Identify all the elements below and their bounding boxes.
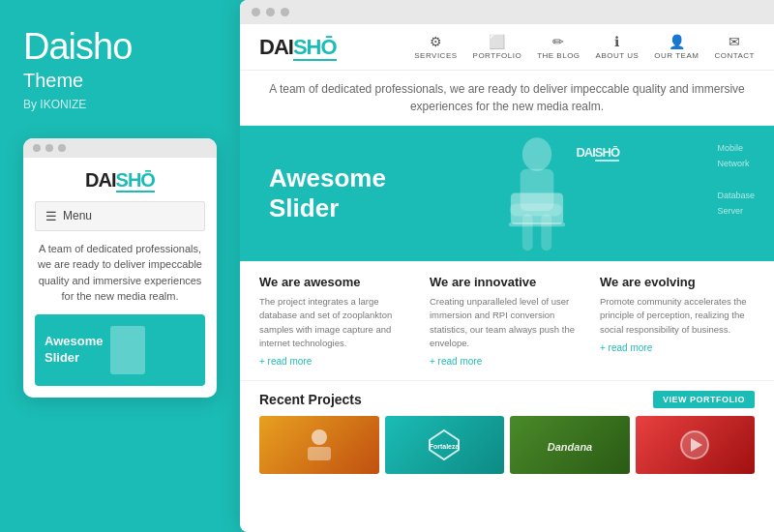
mobile-menu-bar[interactable]: ☰ Menu xyxy=(35,201,205,231)
about-icon: ℹ xyxy=(614,34,619,49)
nav-portfolio-label: PORTFOLIO xyxy=(473,51,522,60)
recent-projects: Recent Projects VIEW PORTFOLIO Fortaleza xyxy=(240,381,774,484)
mobile-dot-1 xyxy=(33,144,41,152)
brand-subtitle: Theme xyxy=(23,70,217,92)
mobile-dot-2 xyxy=(45,144,53,152)
feature-awesome-desc: The project integrates a large database … xyxy=(259,295,414,350)
mobile-person-silhouette xyxy=(110,326,145,374)
project-thumbnails: Fortaleza Dandana xyxy=(259,416,755,474)
feature-innovative-link[interactable]: + read more xyxy=(430,356,584,367)
nav-contact-label: CONTACT xyxy=(714,51,755,60)
browser-dot-3 xyxy=(281,8,289,16)
mobile-tagline: A team of dedicated professionals, we ar… xyxy=(35,241,205,305)
hero-heading: Awesome Slider xyxy=(269,163,386,223)
nav-blog[interactable]: ✏ THE BLOG xyxy=(537,34,580,60)
feature-awesome: We are awesome The project integrates a … xyxy=(259,275,414,367)
contact-icon: ✉ xyxy=(729,34,740,49)
blog-icon: ✏ xyxy=(552,34,564,49)
svg-rect-8 xyxy=(308,447,331,460)
nav-services-label: SERVICES xyxy=(414,51,457,60)
nav-services[interactable]: ⚙ SERVICES xyxy=(414,34,457,60)
feature-evolving-title: We are evolving xyxy=(600,275,755,289)
feature-innovative: We are innovative Creating unparalleled … xyxy=(430,275,584,367)
feature-evolving-desc: Promote community accelerates the princi… xyxy=(600,295,755,337)
nav-team[interactable]: 👤 OUR TEAM xyxy=(654,34,699,60)
mobile-slider-preview: AwesomeSlider xyxy=(35,314,205,386)
svg-point-7 xyxy=(312,429,327,445)
nav-about-label: ABOUT US xyxy=(596,51,640,60)
portfolio-icon: ⬜ xyxy=(489,34,505,49)
team-icon: 👤 xyxy=(669,34,685,49)
hero-text: Awesome Slider xyxy=(269,163,386,223)
thumb-3-logo: Dandana xyxy=(510,416,630,474)
feature-evolving-link[interactable]: + read more xyxy=(600,342,755,353)
svg-point-0 xyxy=(522,137,551,171)
project-thumb-4[interactable] xyxy=(636,416,756,474)
mobile-slider-text: AwesomeSlider xyxy=(45,334,103,367)
hero-diagram: Mobile Network Database Server xyxy=(717,140,755,219)
hero-line-1: Awesome xyxy=(269,163,386,192)
feature-awesome-title: We are awesome xyxy=(259,275,414,289)
nav-contact[interactable]: ✉ CONTACT xyxy=(714,34,755,60)
right-panel: DAISHŌ ⚙ SERVICES ⬜ PORTFOLIO ✏ THE BLOG… xyxy=(240,0,774,532)
mobile-content: DAISHŌ ☰ Menu A team of dedicated profes… xyxy=(23,158,217,398)
nav-about[interactable]: ℹ ABOUT US xyxy=(596,34,640,60)
mobile-preview: DAISHŌ ☰ Menu A team of dedicated profes… xyxy=(23,138,217,398)
svg-text:Dandana: Dandana xyxy=(548,441,592,453)
recent-projects-title: Recent Projects xyxy=(259,392,362,407)
mobile-chrome xyxy=(23,138,217,158)
hero-slider: Awesome Slider DAISHŌ Mobile xyxy=(240,126,774,261)
recent-projects-header: Recent Projects VIEW PORTFOLIO xyxy=(259,391,755,408)
mobile-dot-3 xyxy=(58,144,66,152)
services-icon: ⚙ xyxy=(430,34,442,49)
nav-portfolio[interactable]: ⬜ PORTFOLIO xyxy=(473,34,522,60)
feature-evolving: We are evolving Promote community accele… xyxy=(600,275,755,367)
brand-title: Daisho xyxy=(23,27,217,68)
brand-title-text: Daisho xyxy=(23,26,132,67)
browser-dot-1 xyxy=(252,8,260,16)
view-portfolio-button[interactable]: VIEW PORTFOLIO xyxy=(653,391,755,408)
svg-text:Fortaleza: Fortaleza xyxy=(430,443,460,450)
nav-blog-label: THE BLOG xyxy=(537,51,580,60)
mobile-logo: DAISHŌ xyxy=(35,169,205,192)
site-logo: DAISHŌ xyxy=(259,35,337,60)
feature-innovative-title: We are innovative xyxy=(430,275,584,289)
nav-team-label: OUR TEAM xyxy=(654,51,699,60)
hamburger-icon: ☰ xyxy=(45,209,57,223)
site-nav: ⚙ SERVICES ⬜ PORTFOLIO ✏ THE BLOG ℹ ABOU… xyxy=(414,34,755,60)
features-row: We are awesome The project integrates a … xyxy=(240,261,774,381)
hero-logo-overlay: DAISHŌ xyxy=(576,145,619,160)
browser-dot-2 xyxy=(266,8,275,16)
project-thumb-2[interactable]: Fortaleza xyxy=(385,416,505,474)
browser-chrome xyxy=(240,0,774,24)
feature-innovative-desc: Creating unparalleled level of user imme… xyxy=(430,295,584,350)
mobile-menu-label: Menu xyxy=(63,209,92,222)
left-panel: Daisho Theme By IKONIZE DAISHŌ ☰ Menu A … xyxy=(0,0,240,532)
feature-awesome-link[interactable]: + read more xyxy=(259,356,414,367)
svg-rect-6 xyxy=(509,222,566,226)
site-tagline: A team of dedicated professionals, we ar… xyxy=(240,71,774,126)
site-header: DAISHŌ ⚙ SERVICES ⬜ PORTFOLIO ✏ THE BLOG… xyxy=(240,24,774,71)
brand-by: By IKONIZE xyxy=(23,98,217,111)
hero-line-2: Slider xyxy=(269,193,339,222)
thumb-4-logo xyxy=(636,416,756,474)
project-thumb-1[interactable] xyxy=(259,416,379,474)
project-thumb-3[interactable]: Dandana xyxy=(510,416,630,474)
svg-rect-5 xyxy=(511,193,563,225)
thumb-2-logo: Fortaleza xyxy=(385,416,505,474)
thumb-1-logo xyxy=(259,416,379,474)
